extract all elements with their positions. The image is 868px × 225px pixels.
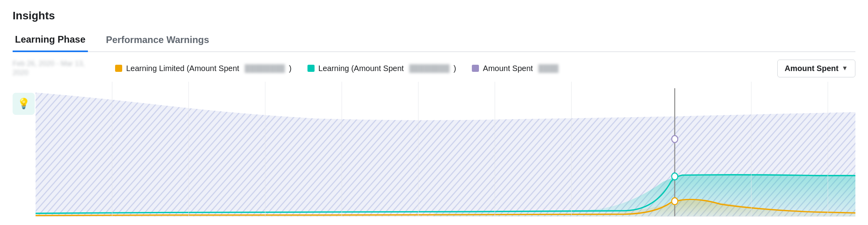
date-range: Feb 26, 2020 - Mar 13, 2020 bbox=[13, 59, 91, 78]
main-area-fill bbox=[35, 92, 674, 216]
chart-header: Feb 26, 2020 - Mar 13, 2020 Learning Lim… bbox=[13, 52, 855, 82]
tab-performance-warnings[interactable]: Performance Warnings bbox=[104, 30, 212, 52]
legend-dot-purple bbox=[472, 65, 479, 72]
lightbulb-icon: 💡 bbox=[17, 98, 30, 110]
legend-item-learning-limited: Learning Limited (Amount Spent ████████ … bbox=[115, 64, 292, 73]
page-title: Insights bbox=[13, 9, 855, 22]
dropdown-arrow-icon: ▼ bbox=[842, 65, 848, 72]
legend-dot-teal bbox=[307, 65, 315, 72]
dropdown-label: Amount Spent bbox=[785, 64, 839, 73]
lightbulb-container: 💡 bbox=[13, 93, 35, 115]
purple-marker-dot bbox=[672, 135, 678, 142]
legend-dot-yellow bbox=[115, 65, 122, 72]
chart-svg bbox=[13, 82, 855, 225]
legend-item-amount-spent: Amount Spent ████ bbox=[472, 64, 559, 73]
legend-items: Learning Limited (Amount Spent ████████ … bbox=[115, 64, 777, 73]
tab-learning-phase[interactable]: Learning Phase bbox=[13, 30, 88, 52]
amount-spent-dropdown[interactable]: Amount Spent ▼ bbox=[777, 60, 856, 77]
page-container: Insights Learning Phase Performance Warn… bbox=[0, 0, 868, 225]
legend-value-2: ████ bbox=[538, 64, 559, 73]
chart-area: 💡 bbox=[13, 82, 855, 225]
tabs-row: Learning Phase Performance Warnings bbox=[13, 29, 855, 52]
teal-marker-dot bbox=[672, 173, 678, 180]
legend-item-learning: Learning (Amount Spent ████████ ) bbox=[307, 64, 456, 73]
legend-value-0: ████████ bbox=[245, 64, 285, 73]
legend-value-1: ████████ bbox=[409, 64, 449, 73]
yellow-marker-dot bbox=[672, 198, 678, 205]
